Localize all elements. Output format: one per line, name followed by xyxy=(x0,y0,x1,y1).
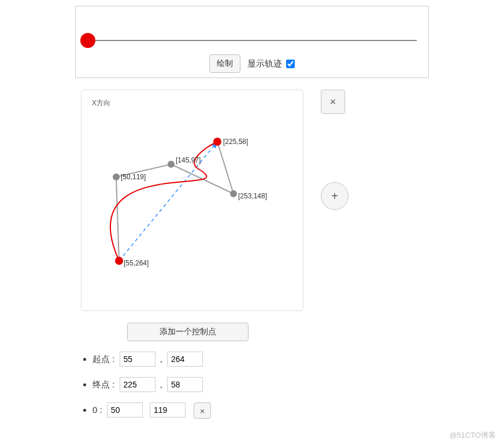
control-polygon xyxy=(116,142,234,261)
start-label: 起点 : xyxy=(92,354,114,364)
list-item: 0 : × xyxy=(92,402,504,419)
draw-button[interactable]: 绘制 xyxy=(209,54,240,73)
end-label: 终点 : xyxy=(92,379,114,389)
ctrl0-x-input[interactable] xyxy=(107,402,143,418)
list-item: 终点 : , xyxy=(92,377,504,392)
side-column: × + xyxy=(321,90,349,311)
show-trail-label: 显示轨迹 xyxy=(247,58,282,68)
end-x-input[interactable] xyxy=(120,377,155,392)
end-point[interactable] xyxy=(213,138,221,146)
add-ctrl-point-button[interactable]: 添加一个控制点 xyxy=(127,323,249,341)
point-label: [50,119] xyxy=(121,173,146,181)
slider[interactable] xyxy=(76,6,428,44)
ctrl-point-2[interactable] xyxy=(230,190,237,197)
canvas-title: X方向 xyxy=(92,98,297,108)
show-trail-checkbox[interactable] xyxy=(286,60,295,68)
comma: , xyxy=(160,354,162,364)
bezier-curve xyxy=(110,142,217,261)
list-item: 起点 : , xyxy=(92,352,504,367)
top-panel: 绘制 显示轨迹 xyxy=(75,6,429,78)
point-label: [55,264] xyxy=(124,259,149,267)
add-circle-button[interactable]: + xyxy=(321,182,349,210)
close-button[interactable]: × xyxy=(321,90,345,114)
start-y-input[interactable] xyxy=(167,352,203,367)
remove-ctrl0-button[interactable]: × xyxy=(194,402,211,419)
point-label: [145,97] xyxy=(176,156,201,164)
comma: , xyxy=(160,379,162,389)
guide-line xyxy=(119,142,217,261)
ctrl0-y-input[interactable] xyxy=(150,402,186,418)
slider-track xyxy=(87,40,417,41)
start-x-input[interactable] xyxy=(120,352,155,367)
point-label: [225,58] xyxy=(223,138,248,146)
bezier-canvas[interactable]: [55,264] [225,58] [50,119] [145,97] [253… xyxy=(87,108,295,299)
end-y-input[interactable] xyxy=(167,377,203,392)
points-list: 起点 : , 终点 : , 0 : × xyxy=(75,352,504,419)
ctrl-point-0[interactable] xyxy=(113,173,120,180)
canvas-card: X方向 [55,264] [225,58] [50,119] [145,97] … xyxy=(81,90,303,311)
ctrl0-label: 0 : xyxy=(92,405,102,415)
ctrl-point-1[interactable] xyxy=(168,161,175,168)
start-point[interactable] xyxy=(115,257,123,265)
controls-row: 绘制 显示轨迹 xyxy=(76,54,428,73)
slider-handle[interactable] xyxy=(80,33,95,48)
point-label: [253,148] xyxy=(238,192,267,200)
